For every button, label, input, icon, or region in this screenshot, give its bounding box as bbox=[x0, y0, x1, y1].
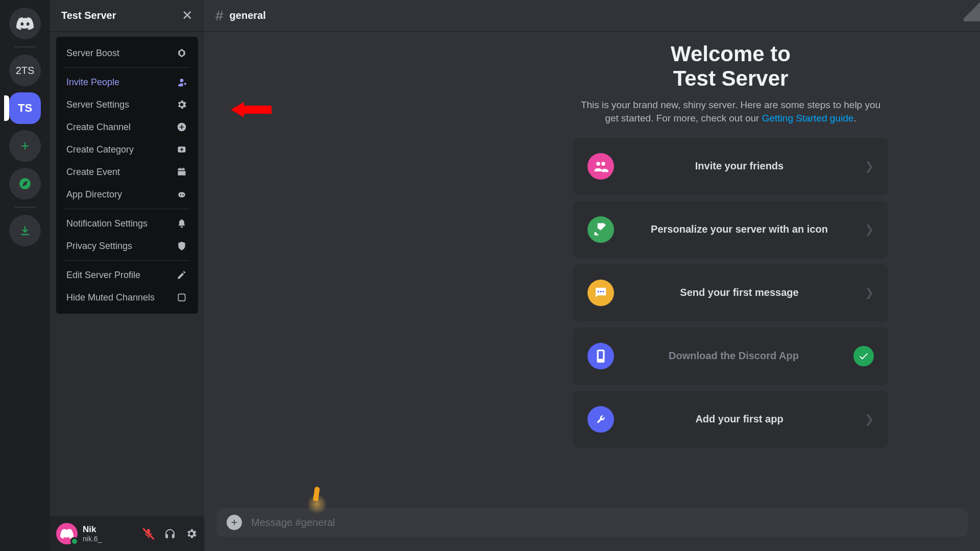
user-panel: Nik nik.6_ bbox=[50, 516, 204, 551]
check-circle-icon bbox=[853, 346, 874, 366]
card-icon bbox=[587, 280, 614, 306]
user-panel-controls bbox=[142, 527, 198, 540]
card-personalize-icon[interactable]: Personalize your server with an icon ❯ bbox=[573, 201, 888, 258]
compass-icon bbox=[18, 177, 32, 190]
card-add-app[interactable]: Add your first app ❯ bbox=[573, 391, 888, 448]
dd-label: Create Channel bbox=[66, 122, 131, 133]
server-title: Test Server bbox=[61, 10, 116, 21]
welcome-title: Welcome to Test Server bbox=[573, 42, 888, 91]
annotation-arrow bbox=[231, 102, 272, 117]
chevron-right-icon: ❯ bbox=[865, 223, 874, 236]
card-first-message[interactable]: Send your first message ❯ bbox=[573, 264, 888, 321]
window-resize-corner bbox=[964, 0, 980, 21]
card-label: Download the Discord App bbox=[627, 350, 840, 362]
user-settings-button[interactable] bbox=[185, 527, 198, 540]
dd-create-event[interactable]: Create Event bbox=[61, 161, 193, 183]
rail-separator bbox=[14, 46, 36, 47]
rail-download[interactable] bbox=[9, 215, 41, 246]
paint-icon bbox=[593, 222, 608, 237]
plus-icon bbox=[19, 140, 31, 152]
card-label: Personalize your server with an icon bbox=[627, 223, 851, 235]
calendar-icon bbox=[176, 166, 188, 178]
headphones-icon bbox=[164, 528, 176, 540]
mic-icon bbox=[143, 528, 154, 539]
dd-notification-settings[interactable]: Notification Settings bbox=[61, 212, 193, 235]
channel-header: # general bbox=[204, 0, 980, 32]
chevron-right-icon: ❯ bbox=[865, 160, 874, 173]
rail-server-2ts[interactable]: 2TS bbox=[9, 55, 41, 86]
dd-privacy-settings[interactable]: Privacy Settings bbox=[61, 235, 193, 257]
card-icon bbox=[587, 406, 614, 433]
plus-circle-icon bbox=[176, 121, 188, 133]
server-header[interactable]: Test Server ✕ bbox=[50, 0, 204, 32]
composer-wrap bbox=[204, 508, 980, 551]
close-icon[interactable]: ✕ bbox=[182, 8, 193, 23]
mute-mic-button[interactable] bbox=[142, 527, 155, 540]
plus-icon bbox=[230, 518, 239, 527]
annotation-cursor bbox=[307, 494, 327, 514]
dd-label: Create Event bbox=[66, 167, 120, 178]
deafen-button[interactable] bbox=[163, 527, 177, 540]
welcome-content: Welcome to Test Server This is your bran… bbox=[204, 32, 980, 508]
folder-plus-icon bbox=[176, 143, 188, 156]
dd-server-boost[interactable]: Server Boost bbox=[61, 42, 193, 64]
dd-label: Hide Muted Channels bbox=[66, 292, 155, 303]
card-label: Send your first message bbox=[627, 287, 851, 298]
onboarding-cards: Invite your friends ❯ Personalize your s… bbox=[573, 138, 888, 448]
user-names[interactable]: Nik nik.6_ bbox=[83, 524, 137, 543]
discord-logo-icon bbox=[16, 17, 34, 30]
robot-icon bbox=[176, 188, 188, 201]
welcome-subtitle: This is your brand new, shiny server. He… bbox=[573, 98, 888, 126]
dd-create-channel[interactable]: Create Channel bbox=[61, 116, 193, 138]
dd-label: Server Boost bbox=[66, 48, 119, 59]
rail-explore[interactable] bbox=[9, 168, 41, 199]
server-rail: 2TS TS bbox=[0, 0, 50, 551]
dd-label: App Directory bbox=[66, 189, 122, 200]
bell-icon bbox=[176, 217, 188, 230]
welcome-block: Welcome to Test Server This is your bran… bbox=[573, 42, 888, 448]
dd-app-directory[interactable]: App Directory bbox=[61, 183, 193, 206]
dd-invite-people[interactable]: Invite People bbox=[61, 71, 193, 93]
invite-icon bbox=[176, 76, 188, 88]
chevron-right-icon: ❯ bbox=[865, 286, 874, 299]
dd-separator bbox=[64, 260, 190, 261]
rail-add-server[interactable] bbox=[9, 130, 41, 162]
svg-rect-2 bbox=[178, 192, 185, 197]
card-label: Invite your friends bbox=[627, 160, 851, 172]
card-icon bbox=[587, 153, 614, 180]
message-input[interactable] bbox=[251, 517, 958, 529]
dd-server-settings[interactable]: Server Settings bbox=[61, 93, 193, 116]
attach-button[interactable] bbox=[227, 515, 242, 530]
hash-icon: # bbox=[215, 8, 224, 24]
card-invite-friends[interactable]: Invite your friends ❯ bbox=[573, 138, 888, 195]
message-composer[interactable] bbox=[216, 508, 968, 537]
svg-point-4 bbox=[182, 194, 184, 196]
channel-column: Test Server ✕ Server Boost Invite People… bbox=[50, 0, 204, 551]
wrench-robot-icon bbox=[593, 412, 608, 427]
dd-label: Server Settings bbox=[66, 99, 129, 110]
dd-create-category[interactable]: Create Category bbox=[61, 138, 193, 161]
dd-label: Edit Server Profile bbox=[66, 270, 140, 281]
dd-label: Create Category bbox=[66, 144, 134, 155]
dd-label: Invite People bbox=[66, 77, 119, 88]
rail-separator bbox=[14, 207, 36, 208]
getting-started-link[interactable]: Getting Started guide bbox=[762, 113, 854, 123]
dd-hide-muted[interactable]: Hide Muted Channels bbox=[61, 286, 193, 309]
channel-title: general bbox=[230, 10, 266, 21]
download-icon bbox=[18, 224, 32, 237]
card-download-app[interactable]: Download the Discord App bbox=[573, 328, 888, 385]
svg-point-7 bbox=[600, 291, 601, 292]
shield-icon bbox=[176, 240, 188, 252]
discord-logo-icon bbox=[60, 529, 74, 539]
user-avatar[interactable] bbox=[56, 523, 78, 544]
rail-server-label: 2TS bbox=[16, 65, 35, 77]
rail-discord-home[interactable] bbox=[9, 8, 41, 39]
rail-server-ts[interactable]: TS bbox=[9, 92, 41, 124]
main-area: # general Welcome to Test Server This is… bbox=[204, 0, 980, 551]
phone-icon bbox=[594, 348, 607, 364]
chat-icon bbox=[593, 285, 608, 300]
card-label: Add your first app bbox=[627, 413, 851, 425]
dd-edit-server-profile[interactable]: Edit Server Profile bbox=[61, 264, 193, 286]
gear-icon bbox=[176, 98, 188, 111]
boost-icon bbox=[176, 47, 188, 59]
